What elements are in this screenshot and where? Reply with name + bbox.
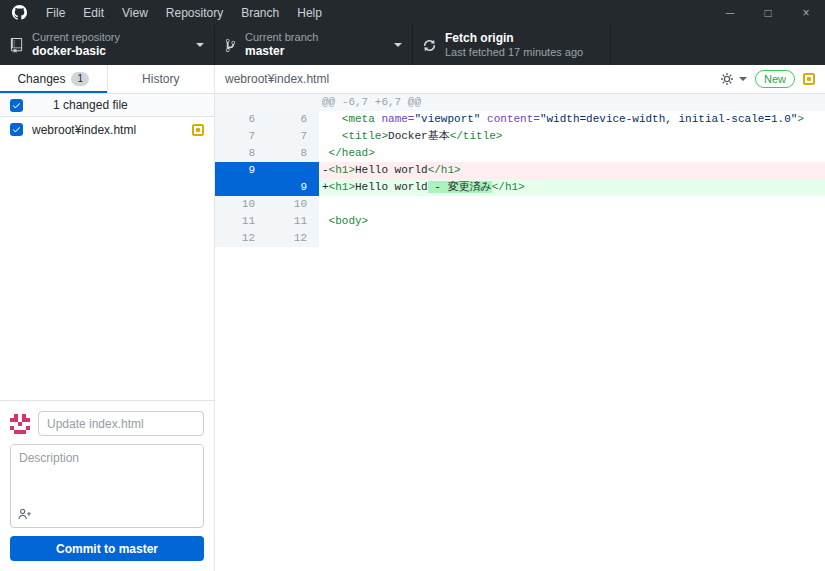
changed-files-count: 1 changed file — [53, 98, 128, 112]
git-branch-icon — [225, 38, 236, 53]
diff-actions: New — [720, 70, 815, 88]
diff-code-line: </head> — [319, 145, 825, 162]
add-coauthor-icon[interactable] — [17, 507, 32, 522]
diff-row: 1111 <body> — [215, 213, 825, 230]
diff-row: @@ -6,7 +6,7 @@ — [215, 94, 825, 111]
menu-bar: File Edit View Repository Branch Help — [37, 0, 331, 25]
menu-branch[interactable]: Branch — [232, 0, 288, 25]
current-repository-label: Current repository — [32, 31, 120, 45]
modified-status-icon — [192, 124, 204, 136]
commit-description-box — [10, 444, 204, 528]
modified-status-icon — [803, 73, 815, 85]
diff-gutter-old-line[interactable] — [215, 179, 267, 196]
diff-code-line: @@ -6,7 +6,7 @@ — [319, 94, 825, 111]
commit-summary-input[interactable] — [38, 411, 204, 436]
menu-file[interactable]: File — [37, 0, 74, 25]
diff-gutter-old-line[interactable]: 10 — [215, 196, 267, 213]
diff-gutter-old-line[interactable] — [215, 94, 267, 111]
diff-body: @@ -6,7 +6,7 @@66 <meta name="viewport" … — [215, 94, 825, 571]
toolbar: Current repository docker-basic Current … — [0, 25, 825, 65]
file-row[interactable]: webroot¥index.html — [0, 117, 214, 142]
diff-gutter-new-line[interactable] — [267, 162, 319, 179]
diff-pane: webroot¥index.html New @@ -6,7 +6,7 @@66… — [215, 65, 825, 571]
description-actions — [11, 505, 203, 527]
diff-row: 1010 — [215, 196, 825, 213]
diff-gutter-new-line[interactable]: 8 — [267, 145, 319, 162]
file-checkbox[interactable] — [10, 123, 23, 136]
check-icon — [12, 125, 21, 134]
diff-gutter-old-line[interactable]: 8 — [215, 145, 267, 162]
diff-gutter-old-line[interactable]: 7 — [215, 128, 267, 145]
gear-icon — [720, 72, 734, 86]
menu-edit[interactable]: Edit — [74, 0, 113, 25]
diff-gutter-old-line[interactable]: 12 — [215, 230, 267, 247]
diff-gutter-old-line[interactable]: 9 — [215, 162, 267, 179]
diff-code-line — [319, 230, 825, 247]
diff-code-line — [319, 196, 825, 213]
current-repository-value: docker-basic — [32, 44, 120, 59]
maximize-button[interactable]: □ — [749, 0, 787, 25]
repo-icon — [10, 38, 23, 53]
diff-row: 9-<h1>Hello world</h1> — [215, 162, 825, 179]
diff-code-line: +<h1>Hello world - 変更済み</h1> — [319, 179, 825, 196]
chevron-down-icon — [196, 43, 204, 47]
sync-icon — [423, 38, 436, 53]
tab-changes-label: Changes — [17, 72, 65, 86]
diff-gutter-new-line[interactable] — [267, 94, 319, 111]
diff-code-line: <body> — [319, 213, 825, 230]
changed-file-list: webroot¥index.html — [0, 117, 214, 400]
commit-form: Commit to master — [0, 400, 214, 571]
github-desktop-window: File Edit View Repository Branch Help ─ … — [0, 0, 825, 571]
check-icon — [12, 101, 21, 110]
diff-row: 9+<h1>Hello world - 変更済み</h1> — [215, 179, 825, 196]
diff-row: 1212 — [215, 230, 825, 247]
file-name: webroot¥index.html — [32, 123, 183, 137]
fetch-origin-button[interactable]: Fetch origin Last fetched 17 minutes ago — [413, 25, 611, 65]
diff-gutter-new-line[interactable]: 11 — [267, 213, 319, 230]
minimize-button[interactable]: ─ — [711, 0, 749, 25]
diff-options-button[interactable] — [720, 72, 747, 86]
select-all-checkbox[interactable] — [10, 99, 23, 112]
diff-rows: @@ -6,7 +6,7 @@66 <meta name="viewport" … — [215, 94, 825, 247]
menu-repository[interactable]: Repository — [157, 0, 232, 25]
diff-gutter-old-line[interactable]: 6 — [215, 111, 267, 128]
commit-button[interactable]: Commit to master — [10, 536, 204, 561]
diff-gutter-new-line[interactable]: 9 — [267, 179, 319, 196]
close-button[interactable]: × — [787, 0, 825, 25]
titlebar: File Edit View Repository Branch Help ─ … — [0, 0, 825, 25]
diff-gutter-new-line[interactable]: 10 — [267, 196, 319, 213]
current-branch-label: Current branch — [245, 31, 318, 45]
tab-changes[interactable]: Changes 1 — [0, 65, 107, 93]
github-logo-icon — [12, 5, 27, 20]
window-controls: ─ □ × — [711, 0, 825, 25]
diff-gutter-new-line[interactable]: 6 — [267, 111, 319, 128]
new-badge: New — [755, 70, 795, 88]
content-area: Changes 1 History 1 changed file — [0, 65, 825, 571]
diff-file-title: webroot¥index.html — [225, 72, 329, 86]
tab-history-label: History — [142, 72, 179, 86]
diff-row: 88 </head> — [215, 145, 825, 162]
menu-view[interactable]: View — [113, 0, 157, 25]
diff-row: 66 <meta name="viewport" content="width=… — [215, 111, 825, 128]
fetch-origin-label: Fetch origin — [445, 31, 583, 46]
commit-description-input[interactable] — [11, 445, 203, 505]
diff-gutter-new-line[interactable]: 12 — [267, 230, 319, 247]
menu-help[interactable]: Help — [288, 0, 331, 25]
sidebar-tabs: Changes 1 History — [0, 65, 214, 94]
tab-history[interactable]: History — [107, 65, 215, 93]
commit-summary-row — [10, 411, 204, 436]
diff-gutter-old-line[interactable]: 11 — [215, 213, 267, 230]
changed-files-header: 1 changed file — [0, 94, 214, 117]
diff-code-line: <meta name="viewport" content="width=dev… — [319, 111, 825, 128]
sidebar: Changes 1 History 1 changed file — [0, 65, 215, 571]
last-fetched-text: Last fetched 17 minutes ago — [445, 46, 583, 60]
chevron-down-icon — [394, 43, 402, 47]
changes-count-badge: 1 — [71, 72, 89, 86]
diff-code-line: <title>Docker基本</title> — [319, 128, 825, 145]
diff-code-line: -<h1>Hello world</h1> — [319, 162, 825, 179]
diff-header: webroot¥index.html New — [215, 65, 825, 94]
current-repository-button[interactable]: Current repository docker-basic — [0, 25, 215, 65]
chevron-down-icon — [739, 77, 747, 81]
current-branch-button[interactable]: Current branch master — [215, 25, 413, 65]
diff-gutter-new-line[interactable]: 7 — [267, 128, 319, 145]
